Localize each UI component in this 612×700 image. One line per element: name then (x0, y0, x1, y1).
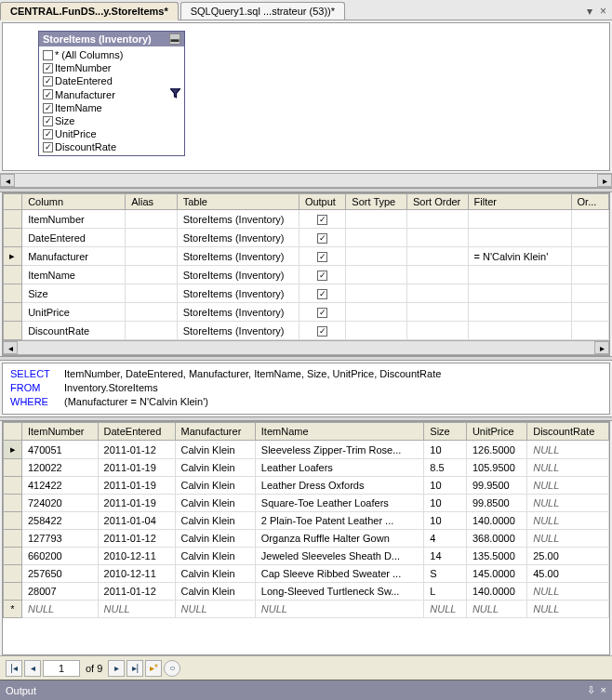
results-cell[interactable]: 368.0000 (466, 530, 526, 548)
results-cell[interactable]: 258422 (22, 512, 99, 530)
scroll-left-icon[interactable]: ◂ (3, 341, 18, 354)
results-cell[interactable]: 2011-01-19 (98, 477, 175, 495)
results-cell[interactable]: 2010-12-11 (98, 548, 175, 565)
criteria-cell[interactable]: StoreItems (Inventory) (177, 284, 299, 303)
criteria-row[interactable]: SizeStoreItems (Inventory) (4, 284, 609, 303)
field-checkbox[interactable] (43, 103, 53, 113)
results-cell[interactable]: 2011-01-12 (98, 530, 175, 548)
criteria-row-header[interactable] (4, 229, 22, 247)
results-cell[interactable]: 10 (424, 477, 467, 495)
criteria-col-header[interactable]: Sort Order (406, 194, 468, 210)
splitter-2[interactable] (0, 356, 612, 361)
criteria-filter-cell[interactable] (468, 266, 571, 284)
results-cell[interactable]: NULL (424, 601, 467, 618)
results-row[interactable]: ▸4700512011-01-12Calvin KleinSleeveless … (4, 441, 609, 459)
results-cell[interactable]: 105.9500 (466, 459, 526, 477)
criteria-output-checkbox[interactable] (299, 284, 345, 303)
criteria-cell[interactable] (406, 322, 468, 340)
criteria-row-header[interactable] (4, 322, 22, 340)
results-cell[interactable]: Calvin Klein (175, 530, 255, 548)
criteria-cell[interactable] (346, 284, 407, 303)
criteria-cell[interactable] (406, 229, 468, 247)
criteria-cell[interactable]: ItemName (22, 266, 126, 284)
criteria-cell[interactable]: UnitPrice (22, 303, 126, 322)
diagram-field[interactable]: Manufacturer (41, 87, 182, 101)
results-row[interactable]: 280072011-01-12Calvin KleinLong-Sleeved … (4, 583, 609, 601)
results-cell[interactable]: 2011-01-04 (98, 512, 175, 530)
nav-last-icon[interactable]: ▸| (126, 660, 143, 677)
criteria-row[interactable]: DateEnteredStoreItems (Inventory) (4, 229, 609, 247)
results-row[interactable]: 6602002010-12-11Calvin KleinJeweled Slee… (4, 548, 609, 565)
diagram-hscroll[interactable]: ◂ ▸ (0, 173, 612, 188)
results-row-header[interactable]: * (4, 601, 22, 618)
criteria-cell[interactable] (571, 284, 608, 303)
field-checkbox[interactable] (43, 142, 53, 152)
field-checkbox[interactable] (43, 89, 53, 99)
results-cell[interactable]: Calvin Klein (175, 459, 255, 477)
results-cell[interactable]: 120022 (22, 459, 99, 477)
results-cell[interactable]: NULL (527, 530, 609, 548)
results-cell[interactable]: 2011-01-19 (98, 495, 175, 512)
criteria-cell[interactable] (406, 210, 468, 229)
close-tab-icon[interactable]: × (598, 5, 608, 18)
criteria-cell[interactable]: StoreItems (Inventory) (177, 303, 299, 322)
diagram-table-header[interactable]: StoreItems (Inventory) ▬ (39, 32, 184, 46)
criteria-cell[interactable] (571, 303, 608, 322)
criteria-cell[interactable]: DiscountRate (22, 322, 126, 340)
criteria-row-header[interactable] (4, 210, 22, 229)
results-cell[interactable]: Calvin Klein (175, 477, 255, 495)
results-cell[interactable]: 10 (424, 512, 467, 530)
dropdown-icon[interactable]: ▾ (585, 5, 594, 18)
criteria-cell[interactable]: StoreItems (Inventory) (177, 229, 299, 247)
results-cell[interactable]: Calvin Klein (175, 512, 255, 530)
results-row[interactable]: 4124222011-01-19Calvin KleinLeather Dres… (4, 477, 609, 495)
results-row-header[interactable]: ▸ (4, 441, 22, 459)
scroll-left-icon[interactable]: ◂ (0, 174, 15, 187)
criteria-cell[interactable] (126, 322, 178, 340)
criteria-output-checkbox[interactable] (299, 266, 345, 284)
nav-stop-icon[interactable]: ○ (164, 660, 180, 677)
results-cell[interactable]: 99.8500 (466, 495, 526, 512)
results-row[interactable]: *NULLNULLNULLNULLNULLNULLNULL (4, 601, 609, 618)
results-cell[interactable]: L (424, 583, 467, 601)
diagram-table-menu-icon[interactable]: ▬ (169, 33, 180, 45)
results-cell[interactable]: Calvin Klein (175, 565, 255, 583)
results-row[interactable]: 1277932011-01-12Calvin KleinOrganza Ruff… (4, 530, 609, 548)
results-cell[interactable]: 660200 (22, 548, 99, 565)
criteria-grid[interactable]: ColumnAliasTableOutputSort TypeSort Orde… (3, 193, 609, 340)
criteria-output-checkbox[interactable] (299, 229, 345, 247)
criteria-cell[interactable] (346, 247, 407, 266)
results-cell[interactable]: NULL (98, 601, 175, 618)
criteria-cell[interactable]: Manufacturer (22, 247, 126, 266)
criteria-row[interactable]: UnitPriceStoreItems (Inventory) (4, 303, 609, 322)
results-cell[interactable]: NULL (527, 441, 609, 459)
criteria-hscroll[interactable]: ◂ ▸ (3, 340, 609, 355)
results-col-header[interactable]: DateEntered (98, 423, 175, 441)
criteria-cell[interactable] (126, 266, 178, 284)
criteria-output-checkbox[interactable] (299, 322, 345, 340)
criteria-col-header[interactable]: Filter (468, 194, 571, 210)
criteria-cell[interactable] (346, 322, 407, 340)
criteria-cell[interactable] (406, 266, 468, 284)
results-cell[interactable]: 145.0000 (466, 565, 526, 583)
results-cell[interactable]: 724020 (22, 495, 99, 512)
results-cell[interactable]: NULL (527, 459, 609, 477)
results-cell[interactable]: 470051 (22, 441, 99, 459)
criteria-row-header[interactable] (4, 266, 22, 284)
results-cell[interactable]: Long-Sleeved Turtleneck Sw... (255, 583, 423, 601)
criteria-cell[interactable]: StoreItems (Inventory) (177, 266, 299, 284)
criteria-filter-cell[interactable] (468, 303, 571, 322)
criteria-output-checkbox[interactable] (299, 247, 345, 266)
criteria-cell[interactable] (571, 247, 608, 266)
criteria-col-header[interactable]: Table (177, 194, 299, 210)
pin-icon[interactable]: ⇩ (587, 684, 595, 696)
criteria-col-header[interactable]: Or... (571, 194, 608, 210)
diagram-field[interactable]: DateEntered (41, 74, 182, 87)
results-cell[interactable]: S (424, 565, 467, 583)
criteria-col-header[interactable]: Output (299, 194, 345, 210)
results-cell[interactable]: Calvin Klein (175, 495, 255, 512)
diagram-field[interactable]: * (All Columns) (41, 48, 182, 61)
results-col-header[interactable]: ItemName (255, 423, 423, 441)
results-cell[interactable]: 2011-01-19 (98, 459, 175, 477)
results-cell[interactable]: 140.0000 (466, 583, 526, 601)
